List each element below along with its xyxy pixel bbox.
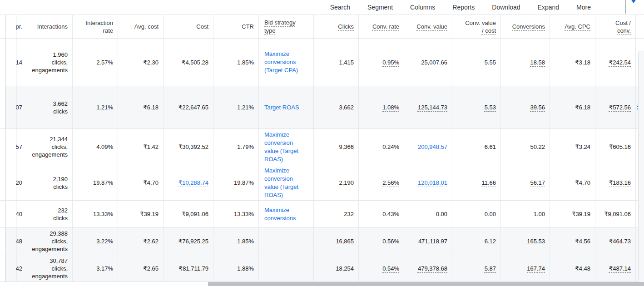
cell-link-text[interactable]: Maximize conversions bbox=[264, 206, 296, 222]
column-header-label: Avg. cost bbox=[134, 23, 159, 30]
column-header-conv-value-per-cost[interactable]: Conv. value / cost bbox=[452, 15, 501, 38]
horizontal-scrollbar-thumb[interactable] bbox=[208, 282, 644, 286]
column-header-avg-cost[interactable]: Avg. cost bbox=[118, 15, 163, 38]
cell-bid-strategy-type[interactable]: Target ROAS bbox=[259, 86, 314, 128]
cell-value: ₹6.18 bbox=[143, 104, 159, 111]
cell-ctr: 13.33% bbox=[213, 201, 259, 227]
cell-clicks: 9,366 bbox=[314, 129, 359, 165]
statistics-table: pr.InteractionsInteraction rateAvg. cost… bbox=[0, 15, 644, 282]
column-header-cost-per-conv[interactable]: Cost / conv. bbox=[595, 15, 636, 38]
cell-value: 2.56% bbox=[382, 179, 399, 187]
cell-link-text[interactable]: 120,018.01 bbox=[418, 179, 447, 187]
cell-conv-value[interactable]: 120,018.01 bbox=[404, 165, 452, 200]
clipped-blue-arrow-icon bbox=[629, 0, 638, 3]
cell-value: ₹3.18 bbox=[575, 59, 590, 66]
truncated-column-cell bbox=[5, 39, 16, 86]
cell-conv-value-per-cost: 6.12 bbox=[452, 228, 501, 255]
toolbar-item-expand[interactable]: Expand bbox=[538, 4, 559, 11]
vertical-scrollbar[interactable] bbox=[638, 51, 644, 282]
cell-interaction-rate: 3.17% bbox=[73, 255, 118, 281]
cell-conv-rate: 0.24% bbox=[359, 129, 404, 165]
cell-impr: 07 bbox=[16, 86, 27, 128]
toolbar-item-more[interactable]: More bbox=[576, 4, 591, 11]
cell-interactions: 29,388 clicks, engagements bbox=[27, 228, 73, 255]
column-header-bid-strategy-type[interactable]: Bid strategy type bbox=[259, 15, 314, 38]
cell-avg-cpc: ₹4.70 bbox=[550, 165, 595, 200]
cell-impr: 14 bbox=[16, 39, 27, 86]
cell-value: ₹464.73 bbox=[609, 237, 631, 245]
cell-conv-value[interactable]: 200,948.57 bbox=[404, 129, 452, 165]
cell-ctr: 19.87% bbox=[213, 165, 259, 200]
frozen-edge-cell bbox=[0, 165, 5, 200]
cell-value: 16,865 bbox=[336, 237, 354, 245]
cell-value: 56.17 bbox=[530, 179, 545, 187]
column-header-label: Conv. value bbox=[416, 23, 447, 30]
cell-link-text[interactable]: Maximize conversions (Target CPA) bbox=[264, 50, 298, 74]
cell-link-text[interactable]: Target ROAS bbox=[264, 104, 299, 112]
cell-ctr: 1.88% bbox=[213, 255, 259, 281]
cell-value: 07 bbox=[16, 104, 22, 111]
column-header-impr[interactable]: pr. bbox=[16, 15, 27, 38]
cell-value: 479,378.68 bbox=[418, 265, 447, 272]
cell-cost: ₹30,392.52 bbox=[163, 129, 213, 165]
column-header-conversions[interactable]: Conversions bbox=[501, 15, 550, 38]
cell-link-text[interactable]: Maximize conversion value (Target ROAS) bbox=[264, 131, 298, 163]
cell-conv-value-per-cost: 5.55 bbox=[452, 39, 501, 86]
cell-cost-per-conv: ₹464.73 bbox=[595, 228, 636, 255]
toolbar-item-columns[interactable]: Columns bbox=[410, 4, 435, 11]
toolbar-item-segment[interactable]: Segment bbox=[367, 4, 393, 11]
toolbar-item-download[interactable]: Download bbox=[492, 4, 520, 11]
cell-conv-rate: 1.08% bbox=[359, 86, 404, 128]
column-header-interaction-rate[interactable]: Interaction rate bbox=[73, 15, 118, 38]
cell-value: 3.17% bbox=[96, 265, 113, 272]
cell-conv-value: 0.00 bbox=[404, 201, 452, 227]
table-body: 141,960 clicks, engagements2.57%₹2.30₹4,… bbox=[0, 39, 644, 282]
frozen-edge-cell bbox=[0, 255, 5, 281]
column-header-cost[interactable]: Cost bbox=[163, 15, 213, 38]
cell-link-text[interactable]: Maximize conversion value (Target ROAS) bbox=[264, 167, 298, 199]
cell-link-text[interactable]: ₹10,288.74 bbox=[178, 179, 208, 187]
cell-value: 167.74 bbox=[527, 265, 545, 272]
cell-avg-cost: ₹39.19 bbox=[118, 201, 163, 227]
cell-bid-strategy-type[interactable]: Maximize conversions bbox=[259, 201, 314, 227]
column-header-conv-rate[interactable]: Conv. rate bbox=[359, 15, 404, 38]
toolbar-item-reports[interactable]: Reports bbox=[452, 4, 475, 11]
cell-value: 0.56% bbox=[382, 237, 399, 245]
cell-conversions: 39.56 bbox=[501, 86, 550, 128]
cell-bid-strategy-type[interactable]: Maximize conversion value (Target ROAS) bbox=[259, 129, 314, 165]
cell-value: 1.79% bbox=[237, 143, 254, 151]
cell-interaction-rate: 13.33% bbox=[73, 201, 118, 227]
cell-value: 18,254 bbox=[336, 265, 354, 272]
frozen-edge-cell bbox=[0, 129, 5, 165]
toolbar-item-search[interactable]: Search bbox=[330, 4, 350, 11]
cell-value: 5.55 bbox=[485, 59, 496, 66]
cell-value: ₹242.54 bbox=[609, 59, 631, 66]
column-header-label: Interactions bbox=[37, 23, 68, 30]
cell-value: 39.56 bbox=[530, 104, 545, 111]
cell-avg-cost: ₹2.62 bbox=[118, 228, 163, 255]
cell-impr: 42 bbox=[16, 255, 27, 281]
cell-avg-cpc: ₹6.18 bbox=[550, 86, 595, 128]
cell-avg-cpc: ₹4.48 bbox=[550, 255, 595, 281]
column-header-conv-value[interactable]: Conv. value bbox=[404, 15, 452, 38]
cell-bid-strategy-type[interactable]: Maximize conversions (Target CPA) bbox=[259, 39, 314, 86]
column-header-interactions[interactable]: Interactions bbox=[27, 15, 73, 38]
cell-link-text[interactable]: 200,948.57 bbox=[418, 143, 447, 151]
cell-bid-strategy-type[interactable]: Maximize conversion value (Target ROAS) bbox=[259, 165, 314, 200]
cell-cost[interactable]: ₹10,288.74 bbox=[163, 165, 213, 200]
frozen-edge-cell bbox=[0, 86, 5, 128]
column-header-ctr[interactable]: CTR bbox=[213, 15, 259, 38]
cell-value: 0.95% bbox=[382, 59, 399, 66]
cell-conversions: 56.17 bbox=[501, 165, 550, 200]
cell-value: 3,662 bbox=[339, 104, 354, 111]
column-header-label: Avg. CPC bbox=[565, 23, 590, 30]
cell-value: ₹3.24 bbox=[575, 143, 590, 151]
cell-value: ₹572.56 bbox=[609, 104, 631, 111]
column-header-avg-cpc[interactable]: Avg. CPC bbox=[550, 15, 595, 38]
column-header-clicks[interactable]: Clicks bbox=[314, 15, 359, 38]
truncated-column-cell bbox=[5, 129, 16, 165]
cell-value: ₹22,647.65 bbox=[178, 104, 208, 111]
cell-value: 1.85% bbox=[237, 59, 254, 66]
horizontal-scrollbar[interactable] bbox=[0, 282, 644, 286]
cell-conv-value: 471,118.97 bbox=[404, 228, 452, 255]
